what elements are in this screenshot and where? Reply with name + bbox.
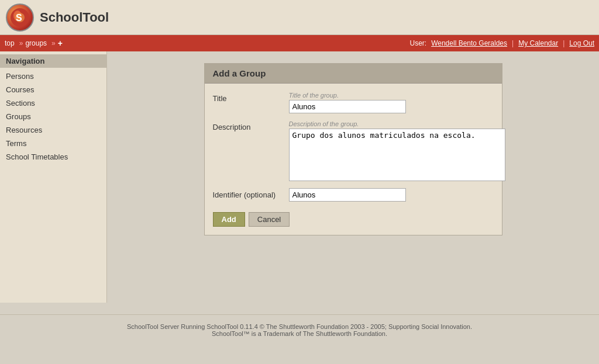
description-placeholder: Description of the group.	[289, 120, 505, 127]
form-actions: Add Cancel	[213, 210, 494, 227]
add-button[interactable]: Add	[213, 212, 245, 227]
title-label: Title	[213, 92, 289, 103]
footer-line2: SchoolTool™ is a Trademark of The Shuttl…	[0, 330, 599, 337]
identifier-label: Identifier (optional)	[213, 188, 289, 199]
sidebar-item-persons[interactable]: Persons	[0, 70, 106, 83]
nav-groups[interactable]: groups	[25, 39, 47, 47]
sidebar-item-groups[interactable]: Groups	[0, 110, 106, 123]
app-logo: S	[6, 4, 34, 32]
app-title: SchoolTool	[40, 10, 109, 25]
sidebar-title: Navigation	[0, 54, 106, 68]
header: S SchoolTool	[0, 0, 599, 35]
identifier-field-group	[289, 188, 494, 202]
description-label: Description	[213, 120, 289, 131]
sidebar-item-courses[interactable]: Courses	[0, 83, 106, 96]
content-area: Navigation Persons Courses Sections Grou…	[0, 51, 599, 303]
identifier-row: Identifier (optional)	[213, 188, 494, 202]
navbar: top » groups » + User: Wendell Bento Ger…	[0, 35, 599, 51]
title-row: Title Title of the group.	[213, 92, 494, 113]
nav-top[interactable]: top	[5, 39, 15, 47]
my-calendar-link[interactable]: My Calendar	[518, 39, 558, 47]
svg-text:S: S	[16, 13, 22, 23]
description-row: Description Description of the group.	[213, 120, 494, 181]
description-textarea[interactable]	[289, 129, 505, 181]
sidebar: Navigation Persons Courses Sections Grou…	[0, 51, 107, 303]
identifier-input[interactable]	[289, 188, 406, 202]
nav-sep-1: »	[19, 39, 23, 47]
username[interactable]: Wendell Bento Geraldes	[431, 39, 507, 47]
title-placeholder: Title of the group.	[289, 92, 494, 99]
main-content: Add a Group Title Title of the group. De…	[107, 51, 599, 303]
sidebar-item-resources[interactable]: Resources	[0, 123, 106, 137]
user-label: User:	[409, 39, 426, 47]
log-out-link[interactable]: Log Out	[569, 39, 594, 47]
footer-line1: SchoolTool Server Running SchoolTool 0.1…	[0, 323, 599, 330]
title-input[interactable]	[289, 100, 406, 113]
sidebar-item-terms[interactable]: Terms	[0, 137, 106, 150]
add-group-form: Add a Group Title Title of the group. De…	[204, 63, 502, 235]
sidebar-item-sections[interactable]: Sections	[0, 96, 106, 110]
nav-plus[interactable]: +	[58, 39, 63, 48]
footer: SchoolTool Server Running SchoolTool 0.1…	[0, 314, 599, 343]
cancel-button[interactable]: Cancel	[249, 212, 290, 227]
nav-sep-2: »	[51, 39, 56, 47]
title-field-group: Title of the group.	[289, 92, 494, 113]
description-field-group: Description of the group.	[289, 120, 505, 181]
sidebar-item-school-timetables[interactable]: School Timetables	[0, 150, 106, 164]
user-info: User: Wendell Bento Geraldes | My Calend…	[409, 39, 594, 47]
form-body: Title Title of the group. Description De…	[205, 84, 502, 235]
form-title: Add a Group	[205, 64, 502, 84]
